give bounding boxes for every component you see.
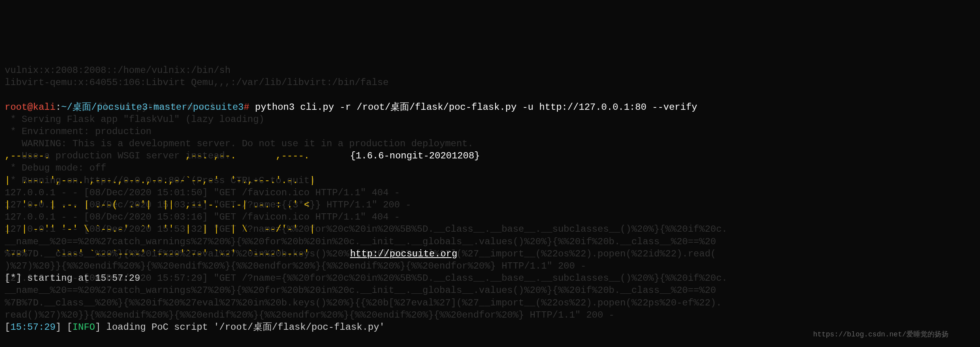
log-level: INFO — [73, 322, 95, 332]
pocsuite-url[interactable]: http://pocsuite.org — [350, 248, 457, 260]
ascii-logo-1: ,------. ,--. ,--. ,----. — [5, 150, 327, 162]
prompt-user: root@kali — [5, 102, 56, 113]
watermark: https://blog.csdn.net/爱睡觉的扬扬 — [813, 330, 949, 339]
log-ts: 15:57:29 — [10, 322, 55, 332]
prompt-path: ~/桌面/pocsuite3-master/pocsuite3 — [61, 102, 244, 113]
ascii-logo-3: | '--' | .-. | .--( .-'| || ,--'-. .-| .… — [5, 199, 975, 211]
log-line: [15:57:29] [INFO] pocsusite got a total … — [5, 345, 975, 347]
command-text: python3 cli.py -r /root/桌面/flask/poc-fla… — [255, 102, 697, 113]
terminal-output: root@kali:~/桌面/pocsuite3-master/pocsuite… — [5, 89, 975, 347]
ascii-logo-5: `--' `---' `---`----' `----'`--' `--' `-… — [5, 248, 327, 260]
prompt-line: root@kali:~/桌面/pocsuite3-master/pocsuite… — [5, 101, 975, 113]
ascii-logo-2: | .--. ',---. ,---.,---.,--.,--`--,-' '-… — [5, 174, 975, 187]
prompt-hash: # — [244, 102, 249, 113]
ascii-logo-4: | | --'' '-' \ `--.-' `' '' | | | | \ --… — [5, 223, 975, 235]
start-line: [*] starting at 15:57:29 — [5, 272, 975, 284]
log-msg: loading PoC script '/root/桌面/flask/poc-f… — [106, 322, 385, 332]
version-tag: {1.6.6-nongit-20201208} — [350, 150, 480, 162]
